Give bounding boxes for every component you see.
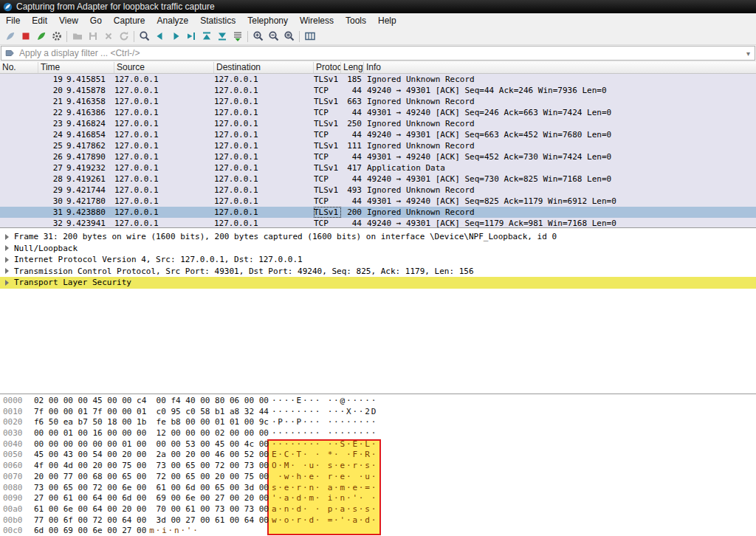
hex-offset: 00b0 <box>3 515 34 526</box>
cell-src: 127.0.0.1 <box>114 107 213 118</box>
menu-view[interactable]: View <box>53 14 84 27</box>
menu-go[interactable]: Go <box>84 14 108 27</box>
go-forward-icon[interactable] <box>168 29 183 44</box>
cell-len: 44 <box>336 173 362 185</box>
column-header-no[interactable]: No. <box>0 62 38 73</box>
hex-row[interactable]: 008073 00 65 00 72 00 6e 00 61 00 6d 00 … <box>3 483 756 494</box>
hex-row[interactable]: 00107f 00 00 01 7f 00 00 01 c0 95 c0 58 … <box>3 407 756 418</box>
packet-row[interactable]: 209.415878127.0.0.1127.0.0.1TCP4449240 →… <box>0 85 756 96</box>
packet-row[interactable]: 229.416386127.0.0.1127.0.0.1TCP4449301 →… <box>0 107 756 118</box>
hex-row[interactable]: 00a061 00 6e 00 64 00 20 00 70 00 61 00 … <box>3 504 756 515</box>
expand-arrow-icon[interactable] <box>5 257 9 263</box>
cell-dst: 127.0.0.1 <box>214 96 313 107</box>
detail-row[interactable]: Frame 31: 200 bytes on wire (1600 bits),… <box>0 231 756 243</box>
resize-columns-icon[interactable] <box>302 29 317 44</box>
menu-tools[interactable]: Tools <box>340 14 372 27</box>
menu-capture[interactable]: Capture <box>108 14 151 27</box>
title-bar[interactable]: Capturing from Adapter for loopback traf… <box>0 0 756 13</box>
packet-row[interactable]: 269.417890127.0.0.1127.0.0.1TCP4449301 →… <box>0 151 756 162</box>
column-header-protocol[interactable]: Protocol <box>314 62 341 73</box>
hex-bytes: 77 00 6f 00 72 00 64 00 3d 00 27 00 61 0… <box>34 515 269 525</box>
menu-statistics[interactable]: Statistics <box>194 14 241 27</box>
packet-row[interactable]: 259.417862127.0.0.1127.0.0.1TLSv1111Igno… <box>0 140 756 151</box>
cell-len: 44 <box>336 107 362 118</box>
stop-capture-icon[interactable] <box>18 29 33 44</box>
cell-len: 200 <box>336 207 362 218</box>
hex-row[interactable]: 005045 00 43 00 54 00 20 00 2a 00 20 00 … <box>3 450 756 461</box>
hex-row[interactable]: 0020f6 50 ea b7 50 18 00 1b fe b8 00 00 … <box>3 417 756 428</box>
hex-offset: 0070 <box>3 472 34 483</box>
packet-row[interactable]: 319.423880127.0.0.1127.0.0.1TLSv1200Igno… <box>0 207 756 218</box>
menu-wireless[interactable]: Wireless <box>294 14 340 27</box>
hex-bytes: 6d 00 69 00 6e 00 27 00 <box>34 526 146 535</box>
zoom-100-icon[interactable] <box>281 29 297 44</box>
detail-row[interactable]: Internet Protocol Version 4, Src: 127.0.… <box>0 254 756 266</box>
menu-analyze[interactable]: Analyze <box>151 14 195 27</box>
hex-bytes: 02 00 00 00 45 00 00 c4 00 f4 40 00 80 0… <box>34 396 269 405</box>
menu-edit[interactable]: Edit <box>26 14 53 27</box>
expand-arrow-icon[interactable] <box>5 268 9 274</box>
cell-src: 127.0.0.1 <box>114 129 213 140</box>
hex-row[interactable]: 009027 00 61 00 64 00 6d 00 69 00 6e 00 … <box>3 493 756 504</box>
hex-offset: 0010 <box>3 407 34 418</box>
cell-len: 44 <box>336 196 362 207</box>
column-header-destination[interactable]: Destination <box>214 62 314 73</box>
hex-offset: 0030 <box>3 428 34 439</box>
column-header-info[interactable]: Info <box>364 62 756 73</box>
hex-row[interactable]: 00604f 00 4d 00 20 00 75 00 73 00 65 00 … <box>3 461 756 472</box>
restart-capture-icon[interactable] <box>33 29 49 44</box>
expand-arrow-icon[interactable] <box>5 234 9 240</box>
packet-row[interactable]: 309.421780127.0.0.1127.0.0.1TCP4449301 →… <box>0 196 756 207</box>
go-last-icon[interactable] <box>214 29 230 44</box>
packet-row[interactable]: 299.421744127.0.0.1127.0.0.1TLSv1493Igno… <box>0 185 756 196</box>
cell-dst: 127.0.0.1 <box>214 162 313 173</box>
find-packet-icon[interactable] <box>137 29 152 44</box>
ascii-bytes: '·a·d·m· i·n·'· · <box>272 493 377 503</box>
wireshark-window: Capturing from Adapter for loopback traf… <box>0 0 756 536</box>
detail-row[interactable]: Transport Layer Security <box>0 277 756 289</box>
column-header-source[interactable]: Source <box>114 62 214 73</box>
zoom-out-icon[interactable] <box>266 29 281 44</box>
bookmark-icon[interactable] <box>4 48 15 58</box>
hex-row[interactable]: 00b077 00 6f 00 72 00 64 00 3d 00 27 00 … <box>3 515 756 526</box>
packet-row[interactable]: 199.415851127.0.0.1127.0.0.1TLSv1185Igno… <box>0 74 756 85</box>
menu-file[interactable]: File <box>0 14 26 27</box>
detail-row[interactable]: Transmission Control Protocol, Src Port:… <box>0 266 756 278</box>
display-filter-input[interactable]: Apply a display filter ... <Ctrl-/> ▾ <box>1 46 755 61</box>
ascii-bytes: E·C·T· · *· ·F·R· <box>272 450 377 459</box>
hex-bytes: 73 00 65 00 72 00 6e 00 61 00 6d 00 65 0… <box>34 483 269 492</box>
cell-info: Ignored Unknown Record <box>367 74 756 85</box>
ascii-bytes: a·n·d· · p·a·s·s· <box>272 504 377 514</box>
packet-row[interactable]: 249.416854127.0.0.1127.0.0.1TCP4449240 →… <box>0 129 756 140</box>
cell-dst: 127.0.0.1 <box>214 218 313 227</box>
go-first-icon[interactable] <box>199 29 214 44</box>
hex-row[interactable]: 003000 00 01 00 16 00 00 00 12 00 00 00 … <box>3 428 756 439</box>
auto-scroll-icon[interactable] <box>230 29 245 44</box>
packet-row[interactable]: 289.419261127.0.0.1127.0.0.1TCP4449240 →… <box>0 173 756 185</box>
detail-row[interactable]: Null/Loopback <box>0 243 756 255</box>
column-header-time[interactable]: Time <box>38 62 114 73</box>
go-back-icon[interactable] <box>152 29 168 44</box>
packet-row[interactable]: 279.419232127.0.0.1127.0.0.1TLSv1417Appl… <box>0 162 756 173</box>
detail-text: Transmission Control Protocol, Src Port:… <box>14 266 474 278</box>
filter-dropdown-arrow-icon[interactable]: ▾ <box>746 49 750 58</box>
hex-row[interactable]: 00c06d 00 69 00 6e 00 27 00m·i·n·'· <box>3 526 756 536</box>
hex-row[interactable]: 007020 00 77 00 68 00 65 00 72 00 65 00 … <box>3 472 756 483</box>
go-to-packet-icon[interactable] <box>183 29 199 44</box>
capture-options-icon[interactable] <box>49 29 64 44</box>
menu-telephony[interactable]: Telephony <box>241 14 294 27</box>
packet-list: 199.415851127.0.0.1127.0.0.1TLSv1185Igno… <box>0 74 756 227</box>
packet-row[interactable]: 239.416824127.0.0.1127.0.0.1TLSv1250Igno… <box>0 118 756 129</box>
hex-row[interactable]: 004000 00 00 00 00 00 01 00 00 00 53 00 … <box>3 439 756 450</box>
menu-help[interactable]: Help <box>372 14 402 27</box>
hex-bytes: f6 50 ea b7 50 18 00 1b fe b8 00 00 01 0… <box>34 417 269 427</box>
zoom-in-icon[interactable] <box>250 29 266 44</box>
column-header-length[interactable]: Length <box>341 62 364 73</box>
packet-row[interactable]: 329.423941127.0.0.1127.0.0.1TCP4449240 →… <box>0 218 756 227</box>
expand-arrow-icon[interactable] <box>5 245 9 251</box>
expand-arrow-icon[interactable] <box>5 280 9 286</box>
packet-list-header: No.TimeSourceDestinationProtocolLengthIn… <box>0 62 756 74</box>
hex-row[interactable]: 000002 00 00 00 45 00 00 c4 00 f4 40 00 … <box>3 396 756 407</box>
packet-row[interactable]: 219.416358127.0.0.1127.0.0.1TLSv1663Igno… <box>0 96 756 107</box>
hex-offset: 0020 <box>3 417 34 428</box>
